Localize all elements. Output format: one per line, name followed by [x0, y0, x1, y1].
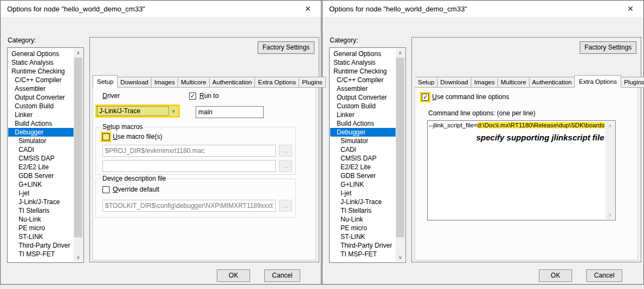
scroll-down-icon[interactable]: ∨ — [74, 253, 83, 262]
tab[interactable]: Download — [118, 77, 151, 88]
category-item[interactable]: I-jet — [330, 189, 396, 198]
device-file-input — [102, 200, 276, 212]
category-item[interactable]: General Options — [330, 50, 396, 58]
category-item[interactable]: C/C++ Compiler — [8, 76, 74, 84]
category-item[interactable]: PE micro — [330, 224, 396, 232]
scroll-up-icon[interactable]: ∧ — [605, 121, 615, 130]
tab[interactable]: Authentication — [210, 77, 256, 88]
scroll-down-icon[interactable]: ∨ — [396, 253, 405, 262]
tab[interactable]: Multicore — [178, 77, 210, 88]
tab[interactable]: Extra Options — [255, 77, 299, 88]
category-item[interactable]: CMSIS DAP — [8, 154, 74, 163]
category-item[interactable]: Linker — [8, 110, 74, 119]
use-macro-checkbox[interactable] — [102, 133, 110, 140]
category-item[interactable]: Third-Party Driver — [330, 241, 396, 250]
category-item[interactable]: CADI — [330, 145, 396, 154]
tab[interactable]: Setup — [415, 77, 438, 88]
browse-device-button: ... — [279, 200, 292, 212]
factory-settings-button[interactable]: Factory Settings — [258, 41, 314, 54]
close-icon[interactable]: × — [624, 4, 637, 14]
category-item[interactable]: GDB Server — [330, 171, 396, 180]
dialog-title: Options for node "hello_world_demo_cm33" — [329, 5, 624, 13]
category-item[interactable]: Build Actions — [330, 119, 396, 128]
category-item[interactable]: C/C++ Compiler — [330, 76, 396, 84]
category-item[interactable]: CMSIS DAP — [330, 154, 396, 163]
category-item[interactable]: Nu-Link — [8, 215, 74, 224]
run-to-input[interactable] — [196, 106, 264, 118]
tab[interactable]: Plugins — [299, 77, 326, 88]
category-item[interactable]: Simulator — [8, 137, 74, 145]
override-default-checkbox[interactable] — [102, 186, 110, 193]
use-cmdline-row: ✓ Use command line options — [422, 93, 509, 101]
scroll-up-icon[interactable]: ∧ — [74, 48, 83, 57]
category-item[interactable]: TI Stellaris — [8, 206, 74, 215]
category-item[interactable]: Static Analysis — [8, 58, 74, 67]
category-item[interactable]: TI MSP-FET — [8, 250, 74, 259]
options-dialog-setup: Options for node "hello_world_demo_cm33"… — [0, 0, 321, 285]
category-item[interactable]: Custom Build — [330, 102, 396, 110]
override-default-label: Override default — [113, 186, 159, 193]
annotation-text: specify supporting jlinkscript file — [476, 133, 604, 142]
tab[interactable]: Setup — [93, 75, 118, 88]
category-item[interactable]: Third-Party Driver — [8, 241, 74, 250]
close-icon[interactable]: × — [301, 4, 314, 14]
category-item[interactable]: E2/E2 Lite — [330, 163, 396, 171]
factory-settings-button[interactable]: Factory Settings — [580, 41, 636, 54]
category-item[interactable]: ST-LINK — [8, 232, 74, 241]
device-description-group-label: Device description file — [101, 175, 168, 182]
category-label: Category: — [330, 36, 358, 44]
category-item[interactable]: Custom Build — [8, 102, 74, 110]
tab[interactable]: Images — [471, 77, 498, 88]
category-item[interactable]: ST-LINK — [330, 232, 396, 241]
ok-button[interactable]: OK — [539, 269, 572, 282]
category-scrollbar[interactable]: ∧ ∨ — [396, 48, 405, 262]
driver-select[interactable]: J-Link/J-Trace ∨ — [95, 104, 180, 118]
scroll-up-icon[interactable]: ∧ — [396, 48, 405, 57]
category-item[interactable]: Nu-Link — [330, 215, 396, 224]
category-item[interactable]: Assembler — [330, 84, 396, 93]
category-item[interactable]: Linker — [330, 110, 396, 119]
category-item[interactable]: GDB Server — [8, 171, 74, 180]
scrollbar-thumb[interactable] — [74, 58, 82, 237]
cmdline-options-textarea[interactable]: --jlink_script_file=d:\Doc\i.mx\RT1180\R… — [427, 120, 616, 220]
category-item[interactable]: G+LINK — [330, 180, 396, 189]
scrollbar-thumb[interactable] — [396, 58, 404, 237]
tab[interactable]: Download — [438, 77, 471, 88]
category-item[interactable]: TI MSP-FET — [330, 250, 396, 259]
options-panel: Factory Settings SetupDownloadImagesMult… — [89, 37, 319, 262]
cancel-button[interactable]: Cancel — [586, 269, 622, 282]
category-item[interactable]: General Options — [8, 50, 74, 58]
use-cmdline-checkbox[interactable]: ✓ — [422, 94, 429, 101]
category-item[interactable]: E2/E2 Lite — [8, 163, 74, 171]
tab[interactable]: Extra Options — [574, 75, 621, 88]
textarea-scrollbar[interactable]: ∧ ∨ — [605, 121, 615, 219]
cancel-button[interactable]: Cancel — [264, 269, 300, 282]
tab[interactable]: Images — [151, 77, 178, 88]
tab[interactable]: Multicore — [498, 77, 530, 88]
category-item[interactable]: J-Link/J-Trace — [330, 198, 396, 206]
category-item[interactable]: TI Stellaris — [330, 206, 396, 215]
category-item[interactable]: Output Converter — [330, 93, 396, 102]
check-icon: ✓ — [422, 94, 428, 100]
category-item[interactable]: Build Actions — [8, 119, 74, 128]
category-item[interactable]: G+LINK — [8, 180, 74, 189]
category-item[interactable]: Debugger — [8, 128, 74, 137]
scroll-down-icon[interactable]: ∨ — [605, 211, 615, 219]
category-item[interactable]: PE micro — [8, 224, 74, 232]
category-item[interactable]: Debugger — [330, 128, 396, 137]
category-item[interactable]: Simulator — [330, 137, 396, 145]
category-item[interactable]: Runtime Checking — [8, 67, 74, 76]
category-item[interactable]: Assembler — [8, 84, 74, 93]
tab[interactable]: Plugins — [621, 77, 644, 88]
category-item[interactable]: I-jet — [8, 189, 74, 198]
ok-button[interactable]: OK — [217, 269, 250, 282]
run-to-checkbox[interactable]: ✓ — [189, 93, 196, 100]
tab[interactable]: Authentication — [530, 77, 575, 88]
category-item[interactable]: Runtime Checking — [330, 67, 396, 76]
category-item[interactable]: CADI — [8, 145, 74, 154]
category-scrollbar[interactable]: ∧ ∨ — [74, 48, 83, 262]
driver-label: Driver — [102, 92, 120, 100]
category-item[interactable]: Static Analysis — [330, 58, 396, 67]
category-item[interactable]: Output Converter — [8, 93, 74, 102]
category-item[interactable]: J-Link/J-Trace — [8, 198, 74, 206]
